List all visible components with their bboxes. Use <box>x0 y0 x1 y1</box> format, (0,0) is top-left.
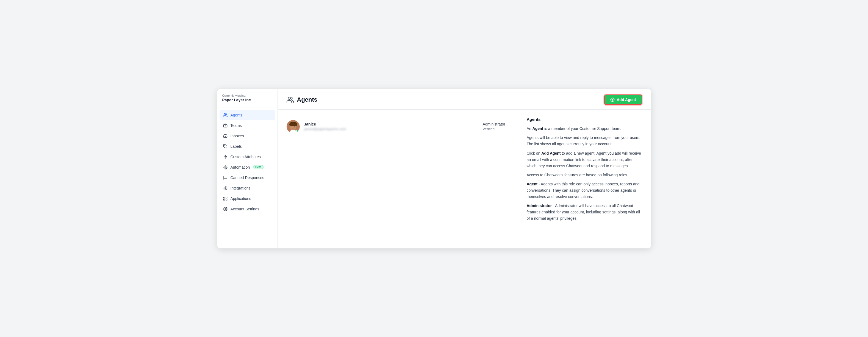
account-settings-icon <box>223 206 228 211</box>
currently-viewing-label: Currently viewing: <box>222 94 273 97</box>
sidebar-item-teams[interactable]: Teams <box>220 121 275 131</box>
automation-icon <box>223 165 228 170</box>
add-agent-button[interactable]: Add Agent <box>604 95 642 105</box>
custom-attributes-icon <box>223 154 228 159</box>
sidebar-item-canned-responses[interactable]: Canned Responses <box>220 173 275 183</box>
sidebar-item-inboxes-label: Inboxes <box>230 134 244 138</box>
help-para-5: Agent - Agents with this role can only a… <box>527 181 642 200</box>
sidebar: Currently viewing: Paper Layer Inc Agent… <box>217 89 278 248</box>
content-area: Agents Add Agent <box>278 89 651 248</box>
sidebar-item-agents[interactable]: Agents <box>220 110 275 120</box>
content-body: Janice janice@paperlayerinc.com Administ… <box>278 110 651 248</box>
agent-email: janice@paperlayerinc.com <box>304 127 478 131</box>
inboxes-icon <box>223 133 228 138</box>
sidebar-item-automation[interactable]: Automation Beta <box>220 162 275 172</box>
account-name: Paper Layer Inc <box>222 98 273 102</box>
add-agent-button-label: Add Agent <box>617 98 636 102</box>
sidebar-item-canned-responses-label: Canned Responses <box>230 175 264 180</box>
svg-rect-8 <box>223 197 225 198</box>
main-layout: Currently viewing: Paper Layer Inc Agent… <box>217 89 651 248</box>
svg-point-0 <box>224 113 225 115</box>
svg-point-6 <box>225 167 226 168</box>
applications-icon <box>223 196 228 201</box>
svg-point-12 <box>225 208 226 209</box>
integrations-icon <box>223 186 228 191</box>
help-panel: Agents An Agent is a member of your Cust… <box>527 116 642 242</box>
help-para-1: An Agent is a member of your Customer Su… <box>527 126 642 132</box>
sidebar-item-custom-attributes-label: Custom Attributes <box>230 155 261 159</box>
help-para-2: Agents will be able to view and reply to… <box>527 135 642 147</box>
svg-rect-9 <box>226 197 227 198</box>
svg-point-24 <box>289 123 297 126</box>
svg-point-22 <box>292 128 293 128</box>
content-header: Agents Add Agent <box>278 89 651 110</box>
agent-info: Janice janice@paperlayerinc.com <box>304 122 478 131</box>
sidebar-item-integrations-label: Integrations <box>230 186 251 190</box>
sidebar-item-applications-label: Applications <box>230 196 251 201</box>
teams-icon <box>223 123 228 128</box>
agents-icon <box>223 112 228 117</box>
avatar <box>287 120 300 133</box>
help-para-6: Administrator - Administrator will have … <box>527 203 642 222</box>
sidebar-item-labels[interactable]: Labels <box>220 141 275 151</box>
svg-marker-5 <box>224 155 227 159</box>
sidebar-item-agents-label: Agents <box>230 113 243 117</box>
agent-role-col: Administrator Verified <box>483 122 516 131</box>
app-container: Currently viewing: Paper Layer Inc Agent… <box>217 89 651 248</box>
sidebar-item-integrations[interactable]: Integrations <box>220 183 275 193</box>
sidebar-item-account-settings[interactable]: Account Settings <box>220 204 275 214</box>
online-status-dot <box>296 130 299 133</box>
agent-role: Administrator <box>483 122 516 126</box>
agents-header-icon <box>287 96 294 103</box>
sidebar-nav: Agents Teams <box>217 110 278 214</box>
sidebar-item-applications[interactable]: Applications <box>220 194 275 204</box>
page-title: Agents <box>297 96 318 103</box>
svg-rect-11 <box>226 199 227 200</box>
sidebar-account: Currently viewing: Paper Layer Inc <box>217 94 278 107</box>
sidebar-item-labels-label: Labels <box>230 144 242 148</box>
svg-point-13 <box>288 97 290 99</box>
sidebar-item-teams-label: Teams <box>230 123 242 128</box>
help-panel-title: Agents <box>527 116 642 123</box>
sidebar-item-custom-attributes[interactable]: Custom Attributes <box>220 152 275 162</box>
content-header-left: Agents <box>287 96 318 103</box>
svg-rect-10 <box>223 199 225 200</box>
help-para-4: Access to Chatwoot's features are based … <box>527 172 642 178</box>
agent-verified: Verified <box>483 127 516 131</box>
plus-circle-icon <box>610 98 615 102</box>
svg-point-7 <box>225 188 226 189</box>
canned-responses-icon <box>223 175 228 180</box>
sidebar-item-inboxes[interactable]: Inboxes <box>220 131 275 141</box>
sidebar-item-automation-label: Automation <box>230 165 250 169</box>
help-para-3: Click on Add Agent to add a new agent. A… <box>527 150 642 169</box>
svg-point-21 <box>294 126 295 127</box>
automation-beta-badge: Beta <box>253 165 264 169</box>
agent-name: Janice <box>304 122 478 126</box>
labels-icon <box>223 144 228 149</box>
sidebar-item-account-settings-label: Account Settings <box>230 207 259 211</box>
table-row: Janice janice@paperlayerinc.com Administ… <box>287 116 516 137</box>
agents-list: Janice janice@paperlayerinc.com Administ… <box>287 116 516 242</box>
svg-point-20 <box>291 126 292 127</box>
